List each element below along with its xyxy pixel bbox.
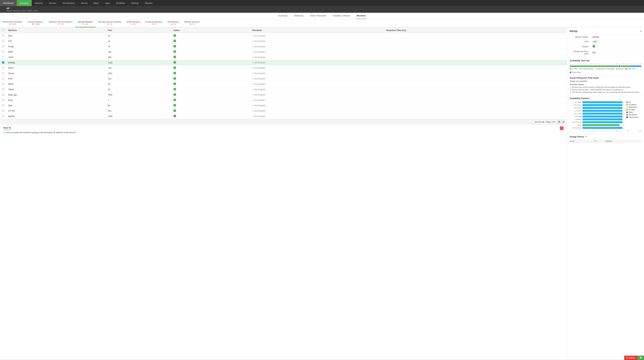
table-row[interactable]: LDAP 389 Not Enabled bbox=[0, 55, 567, 60]
monitor-tab-mssql[interactable]: MSSQL Monitors (0 / 0) bbox=[182, 19, 202, 27]
row-checkbox[interactable] bbox=[2, 88, 4, 90]
stat-bar-container bbox=[582, 107, 624, 109]
monitor-name: SMTP bbox=[6, 81, 106, 87]
monitor-tab-service[interactable]: Service Monitors (0 / 16) bbox=[75, 19, 96, 27]
row-checkbox[interactable] bbox=[2, 93, 4, 96]
row-checkbox[interactable] bbox=[2, 83, 4, 85]
monitor-port: 7001 bbox=[106, 92, 172, 97]
table-row[interactable]: Finger 79 Not Enabled bbox=[0, 44, 567, 49]
monitor-tab-performance[interactable]: Performance Monitors (0 / 163) bbox=[0, 19, 25, 27]
table-row[interactable]: POP 110 Not Enabled bbox=[0, 76, 567, 81]
page-last-icon[interactable]: ▶▶ bbox=[542, 121, 544, 123]
page-prev-icon[interactable]: ◀ bbox=[538, 121, 539, 123]
row-checkbox[interactable] bbox=[2, 56, 4, 58]
monitor-status bbox=[172, 114, 250, 119]
stat-row: Today bbox=[570, 124, 624, 126]
alarms-badge[interactable]: 50 Alarms bbox=[624, 356, 638, 360]
stat-label: This week bbox=[570, 116, 582, 117]
per-page-select[interactable]: 50 100 bbox=[556, 120, 565, 123]
tab-monitors[interactable]: Monitors bbox=[356, 13, 366, 19]
row-checkbox[interactable] bbox=[2, 115, 4, 117]
status-value bbox=[590, 44, 644, 49]
monitor-tab-process[interactable]: Process Monitors (80 / 294) bbox=[25, 19, 46, 27]
chat-badge[interactable]: 💬 bbox=[638, 356, 644, 360]
monitor-tab-script[interactable]: Script Monitors (0 / 0) bbox=[124, 19, 143, 27]
stat-bar bbox=[582, 104, 622, 106]
status-ok-icon bbox=[174, 88, 176, 90]
table-row[interactable]: MSSQL 1433 Not Enabled bbox=[0, 60, 567, 65]
stat-row: This week bbox=[570, 115, 624, 117]
nav-alarms[interactable]: Alarms bbox=[78, 0, 90, 6]
nav-workflow[interactable]: Workflow bbox=[113, 0, 128, 6]
tab-summary[interactable]: Summary bbox=[278, 13, 288, 19]
row-checkbox[interactable] bbox=[2, 99, 4, 101]
row-checkbox[interactable] bbox=[2, 67, 4, 69]
table-row[interactable]: FTP 21 Not Enabled bbox=[0, 38, 567, 44]
graph-unavailable: Graph not available. bbox=[570, 80, 641, 82]
nav-settings[interactable]: Settings bbox=[128, 0, 142, 6]
row-checkbox[interactable] bbox=[2, 77, 4, 80]
nav-maps[interactable]: Maps bbox=[90, 0, 102, 6]
nav-dashboard[interactable]: Dashboard bbox=[0, 0, 17, 6]
monitor-status bbox=[172, 65, 250, 71]
row-checkbox[interactable] bbox=[2, 104, 4, 106]
monitor-port: 119 bbox=[106, 65, 172, 71]
table-row[interactable]: Web 80 Not Enabled bbox=[0, 103, 567, 108]
monitor-threshold: Not Enabled bbox=[250, 44, 384, 49]
monitor-port: 7 bbox=[106, 97, 172, 103]
row-checkbox[interactable] bbox=[2, 51, 4, 53]
monitor-name: Oracle bbox=[6, 71, 106, 76]
tab-interfaces[interactable]: Interfaces bbox=[293, 13, 304, 19]
stat-label: Last 24 hours bbox=[570, 121, 582, 123]
table-row[interactable]: IMAP 143 Not Enabled bbox=[0, 49, 567, 55]
monitor-status bbox=[172, 76, 250, 81]
row-checkbox[interactable] bbox=[2, 61, 4, 63]
row-checkbox[interactable] bbox=[2, 34, 4, 37]
nav-inventory[interactable]: Inventory bbox=[17, 0, 32, 6]
tab-installed-software[interactable]: Installed Software bbox=[332, 13, 351, 19]
table-row[interactable]: Echo 7 Not Enabled bbox=[0, 97, 567, 103]
back-button[interactable]: ← bbox=[2, 8, 5, 11]
table-row[interactable]: SMTP 25 Not Enabled bbox=[0, 81, 567, 87]
howto-title: How To bbox=[3, 126, 11, 130]
monitor-name: IMAP bbox=[6, 49, 106, 55]
threshold-value: Not Enabled bbox=[252, 94, 382, 96]
table-row[interactable]: Oracle 1521 Not Enabled bbox=[0, 71, 567, 76]
table-row[interactable]: NNTP 119 Not Enabled bbox=[0, 65, 567, 71]
stats-legend-label: On Mainte... bbox=[628, 104, 638, 106]
select-all-checkbox[interactable] bbox=[2, 29, 4, 31]
monitor-tab-eventlog[interactable]: EventLog Monitors (0 / 0) bbox=[143, 19, 165, 27]
page-next-icon[interactable]: ▶ bbox=[540, 121, 541, 123]
top-nav: Dashboard Inventory Network Servers Virt… bbox=[0, 0, 644, 6]
tab-active-processes[interactable]: Active Processes bbox=[309, 13, 327, 19]
table-row[interactable]: WebLogic 7001 Not Enabled bbox=[0, 92, 567, 97]
timeline-hour: 0 bbox=[570, 63, 570, 65]
status-ok-icon bbox=[174, 115, 176, 117]
row-checkbox[interactable] bbox=[2, 72, 4, 74]
monitor-tab-windows-service[interactable]: Windows Service Monitors (9 / 15) bbox=[46, 19, 75, 27]
timeline-indicator bbox=[618, 65, 621, 67]
timeline-hour: 22 bbox=[636, 63, 638, 65]
table-row[interactable]: Telnet 23 Not Enabled bbox=[0, 87, 567, 92]
page-first-icon[interactable]: ◀◀ bbox=[534, 121, 537, 123]
panel-close-button[interactable]: × bbox=[640, 30, 641, 33]
table-row[interactable]: MySQL 3306 Not Enabled bbox=[0, 114, 567, 119]
legend-item: Dependent Unavailable bbox=[595, 68, 615, 70]
nav-reports[interactable]: Reports bbox=[142, 0, 156, 6]
stats-legend-dot bbox=[626, 111, 628, 113]
monitor-tab-file[interactable]: File Monitors (0 / 0) bbox=[165, 19, 182, 27]
timeline-hour: 21 bbox=[633, 63, 634, 65]
nav-virtualization[interactable]: Virtualization bbox=[59, 0, 78, 6]
response-time-label: Response Time (ms) bbox=[567, 49, 590, 56]
howto-toggle-button[interactable]: − bbox=[560, 126, 564, 130]
monitor-response bbox=[384, 97, 567, 103]
row-checkbox[interactable] bbox=[2, 110, 4, 112]
nav-network[interactable]: Network bbox=[32, 0, 46, 6]
monitor-tab-mssql-service[interactable]: MS SQL Service Monitors (0 / 1) bbox=[96, 19, 124, 27]
table-row[interactable]: HTTPS 443 Not Enabled bbox=[0, 108, 567, 114]
row-checkbox[interactable] bbox=[2, 45, 4, 47]
nav-servers[interactable]: Servers bbox=[46, 0, 59, 6]
table-row[interactable]: DNS 53 Not Enabled bbox=[0, 33, 567, 38]
nav-apps[interactable]: Apps bbox=[102, 0, 113, 6]
row-checkbox[interactable] bbox=[2, 40, 4, 42]
